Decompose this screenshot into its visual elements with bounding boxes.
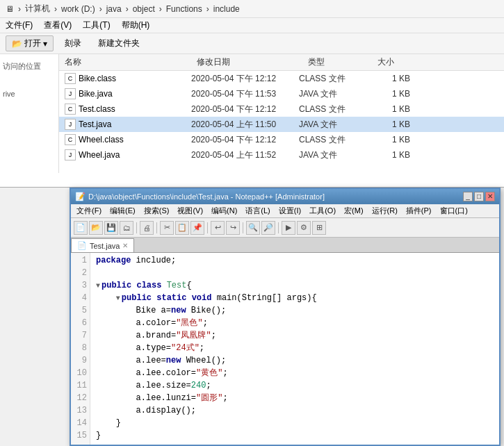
file-list-area: 名称 修改日期 类型 大小 C Bike.class 2020-05-04 下午… — [59, 54, 504, 173]
file-name: Wheel.java — [79, 150, 120, 160]
file-row[interactable]: C Test.class 2020-05-04 下午 12:12 CLASS 文… — [59, 101, 504, 117]
engrave-button[interactable]: 刻录 — [59, 36, 87, 51]
npp-menu-item[interactable]: 视图(V) — [174, 205, 206, 217]
file-name: Test.java — [79, 119, 111, 129]
code-line: a.color="黑色"; — [96, 317, 494, 329]
file-icon: J — [65, 149, 76, 160]
maximize-button[interactable]: □ — [474, 192, 484, 201]
npp-title: D:\java\object\Functions\include\Test.ja… — [88, 192, 325, 201]
code-line: a.display(); — [96, 404, 494, 417]
file-row[interactable]: J Wheel.java 2020-05-04 上午 11:52 JAVA 文件… — [59, 147, 504, 163]
code-line: a.lee=new Wheel(); — [96, 354, 494, 367]
header-name: 名称 — [59, 56, 191, 68]
menu-file[interactable]: 文件(F) — [6, 19, 33, 31]
file-size: 1 KB — [368, 150, 410, 160]
menu-help[interactable]: 帮助(H) — [122, 19, 150, 31]
close-button[interactable]: ✕ — [485, 192, 495, 201]
print-icon[interactable]: 🖨 — [140, 221, 154, 235]
file-date: 2020-05-04 下午 12:12 — [191, 104, 299, 115]
npp-editor: 123456789101112131415 package include; ▼… — [71, 253, 499, 445]
settings-icon[interactable]: ⚙ — [297, 221, 311, 235]
npp-app-icon: 📝 — [75, 192, 86, 201]
line-number: 10 — [74, 367, 87, 379]
breadcrumb-computer[interactable]: 计算机 — [25, 3, 50, 15]
cut-icon[interactable]: ✂ — [160, 221, 174, 235]
npp-menu-item[interactable]: 文件(F) — [74, 205, 104, 217]
explorer-toolbar: 📂 打开 ▾ 刻录 新建文件夹 — [0, 33, 504, 54]
code-line: ▼public static void main(String[] args){ — [96, 292, 494, 304]
file-type: JAVA 文件 — [299, 88, 368, 100]
redo-icon[interactable]: ↪ — [226, 221, 240, 235]
line-number: 9 — [74, 354, 87, 367]
new-file-icon[interactable]: 📄 — [74, 221, 88, 235]
file-list: C Bike.class 2020-05-04 下午 12:12 CLASS 文… — [59, 71, 504, 163]
file-row[interactable]: C Wheel.class 2020-05-04 下午 12:12 CLASS … — [59, 132, 504, 147]
file-date: 2020-05-04 下午 12:12 — [191, 134, 299, 146]
breadcrumb-drive[interactable]: work (D:) — [61, 4, 95, 14]
line-number: 1 — [74, 254, 87, 267]
npp-menu-item[interactable]: 搜索(S) — [141, 205, 172, 217]
npp-menu-item[interactable]: 编辑(E) — [107, 205, 138, 217]
tab-close-icon[interactable]: ✕ — [122, 242, 128, 249]
file-type: JAVA 文件 — [299, 149, 368, 161]
open-file-icon[interactable]: 📂 — [89, 221, 103, 235]
file-size: 1 KB — [368, 104, 410, 114]
open-button[interactable]: 📂 打开 ▾ — [6, 35, 54, 51]
file-row[interactable]: J Bike.java 2020-05-04 下午 11:53 JAVA 文件 … — [59, 86, 504, 101]
minimize-button[interactable]: _ — [463, 192, 473, 201]
file-row[interactable]: J Test.java 2020-05-04 上午 11:50 JAVA 文件 … — [59, 117, 504, 132]
file-name: Bike.class — [79, 74, 116, 83]
npp-menu-item[interactable]: 窗口(口) — [437, 205, 471, 217]
code-area[interactable]: package include; ▼public class Test{ ▼pu… — [90, 253, 499, 445]
menu-tools[interactable]: 工具(T) — [83, 19, 110, 31]
file-date: 2020-05-04 上午 11:52 — [191, 149, 299, 161]
breadcrumb-java[interactable]: java — [106, 4, 122, 14]
code-line: ▼public class Test{ — [96, 279, 494, 292]
npp-menu-item[interactable]: 语言(L) — [243, 205, 273, 217]
code-line: } — [96, 417, 494, 429]
npp-window-controls: _ □ ✕ — [463, 192, 495, 201]
run-icon[interactable]: ▶ — [282, 221, 295, 235]
npp-menu-item[interactable]: 设置(I) — [276, 205, 304, 217]
tab-label: Test.java — [90, 242, 120, 250]
notepad-window: 📝 D:\java\object\Functions\include\Test.… — [70, 188, 501, 446]
breadcrumb-include[interactable]: include — [213, 4, 240, 14]
file-row[interactable]: C Bike.class 2020-05-04 下午 12:12 CLASS 文… — [59, 71, 504, 86]
menu-view[interactable]: 查看(V) — [44, 19, 72, 31]
file-type: JAVA 文件 — [299, 119, 368, 131]
npp-menu-item[interactable]: 宏(M) — [341, 205, 366, 217]
code-line: a.lee.color="黄色"; — [96, 367, 494, 379]
file-name: Bike.java — [79, 89, 113, 99]
paste-icon[interactable]: 📌 — [190, 221, 204, 235]
line-number: 14 — [74, 417, 87, 429]
file-icon: J — [65, 119, 76, 130]
npp-menu-item[interactable]: 运行(R) — [369, 205, 400, 217]
new-folder-button[interactable]: 新建文件夹 — [92, 36, 145, 51]
npp-menu-item[interactable]: 编码(N) — [209, 205, 240, 217]
file-date: 2020-05-04 上午 11:50 — [191, 119, 299, 131]
breadcrumb-object[interactable]: object — [133, 4, 155, 14]
open-icon: 📂 — [12, 39, 22, 49]
line-number: 11 — [74, 379, 87, 392]
file-date: 2020-05-04 下午 11:53 — [191, 88, 299, 100]
line-number: 5 — [74, 304, 87, 317]
tab-test-java[interactable]: 📄 Test.java ✕ — [71, 238, 134, 252]
layout-icon[interactable]: ⊞ — [312, 221, 326, 235]
npp-toolbar: 📄 📂 💾 🗂 🖨 ✂ 📋 📌 ↩ ↪ 🔍 🔎 ▶ ⚙ ⊞ — [71, 218, 499, 238]
save-all-icon[interactable]: 🗂 — [120, 221, 133, 235]
save-icon[interactable]: 💾 — [104, 221, 118, 235]
header-size: 大小 — [372, 56, 428, 68]
npp-menu-item[interactable]: 插件(P) — [403, 205, 434, 217]
file-list-header: 名称 修改日期 类型 大小 — [59, 54, 504, 71]
breadcrumb-functions[interactable]: Functions — [166, 4, 202, 14]
breadcrumb-icon: 🖥 — [6, 4, 14, 14]
zoom-in-icon[interactable]: 🔎 — [261, 221, 275, 235]
code-line — [96, 267, 494, 279]
undo-icon[interactable]: ↩ — [211, 221, 225, 235]
npp-menu-item[interactable]: 工具(O) — [307, 205, 339, 217]
line-number: 7 — [74, 329, 87, 342]
copy-icon[interactable]: 📋 — [175, 221, 189, 235]
find-icon[interactable]: 🔍 — [246, 221, 260, 235]
line-number: 2 — [74, 267, 87, 279]
file-size: 1 KB — [368, 119, 410, 129]
